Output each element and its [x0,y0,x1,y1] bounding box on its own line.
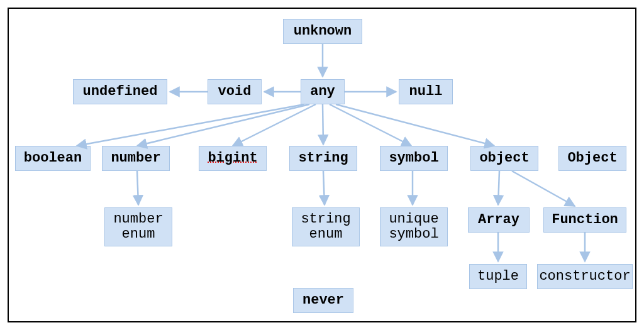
svg-line-13 [498,171,499,205]
node-label: boolean [24,151,82,166]
node-function: Function [543,207,626,233]
node-label: bigint [208,151,257,166]
node-string-enum: string enum [292,207,360,246]
node-object-class: Object [558,146,626,171]
svg-line-11 [323,171,325,205]
node-label: unknown [294,24,352,39]
svg-line-14 [512,171,575,206]
node-constructor: constructor [537,264,633,289]
node-null: null [399,79,453,104]
node-label: tuple [477,269,519,284]
node-undefined: undefined [73,79,167,104]
node-unique-symbol: unique symbol [380,207,448,246]
node-label: string enum [301,212,350,242]
node-label: undefined [83,84,158,99]
node-label: Array [478,212,519,228]
diagram-frame: unknown any undefined void null boolean … [8,8,636,322]
node-label: number enum [113,212,163,242]
node-boolean: boolean [15,146,91,171]
node-tuple: tuple [469,264,527,289]
node-label: never [303,293,344,308]
node-bigint: bigint [199,146,267,171]
node-label: any [310,84,335,99]
node-label: Function [552,212,618,228]
node-void: void [208,79,262,104]
node-label: null [409,84,443,99]
node-label: object [479,151,529,166]
node-symbol: symbol [380,146,448,171]
node-label: Object [567,151,617,166]
node-number: number [102,146,170,171]
svg-line-5 [137,104,309,146]
node-object: object [470,146,538,171]
svg-line-4 [77,104,304,146]
svg-line-7 [323,104,323,145]
node-label: constructor [539,269,630,284]
node-unknown: unknown [283,19,362,44]
svg-line-8 [330,104,411,146]
node-any: any [301,79,345,104]
svg-line-9 [336,104,494,146]
node-label: void [218,84,252,99]
node-label: symbol [389,151,438,166]
node-array: Array [468,207,530,233]
svg-line-6 [233,104,316,146]
node-label: string [298,151,348,166]
node-string: string [289,146,357,171]
node-number-enum: number enum [104,207,172,246]
node-label: number [111,151,160,166]
node-label: unique symbol [389,212,438,242]
svg-line-10 [137,171,138,205]
node-never: never [293,288,353,313]
